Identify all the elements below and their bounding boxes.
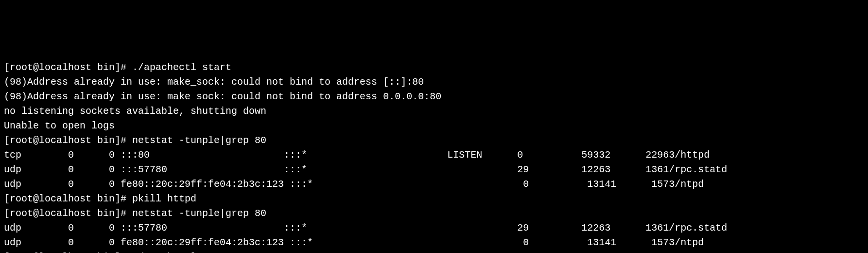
terminal-line: [root@localhost bin]# netstat -tunple|gr…: [4, 133, 864, 148]
terminal-line: [root@localhost bin]# pkill httpd: [4, 192, 864, 206]
terminal-output[interactable]: [root@localhost bin]# ./apachectl start(…: [4, 60, 864, 253]
terminal-line: no listening sockets available, shutting…: [4, 104, 864, 119]
terminal-line: Unable to open logs: [4, 119, 864, 133]
terminal-line: udp 0 0 :::57780 :::* 29 12263 1361/rpc.…: [4, 221, 864, 235]
terminal-line: [root@localhost bin]# ./apachectl start: [4, 60, 864, 75]
terminal-line: tcp 0 0 :::80 :::* LISTEN 0 59332 22963/…: [4, 148, 864, 163]
terminal-line: udp 0 0 :::57780 :::* 29 12263 1361/rpc.…: [4, 163, 864, 177]
terminal-line: [root@localhost bin]# netstat -tunple|gr…: [4, 206, 864, 221]
terminal-line: [root@localhost bin]# ./apachectl start: [4, 250, 864, 253]
terminal-line: (98)Address already in use: make_sock: c…: [4, 90, 864, 104]
terminal-line: udp 0 0 fe80::20c:29ff:fe04:2b3c:123 :::…: [4, 177, 864, 192]
terminal-line: (98)Address already in use: make_sock: c…: [4, 75, 864, 90]
terminal-line: udp 0 0 fe80::20c:29ff:fe04:2b3c:123 :::…: [4, 235, 864, 250]
